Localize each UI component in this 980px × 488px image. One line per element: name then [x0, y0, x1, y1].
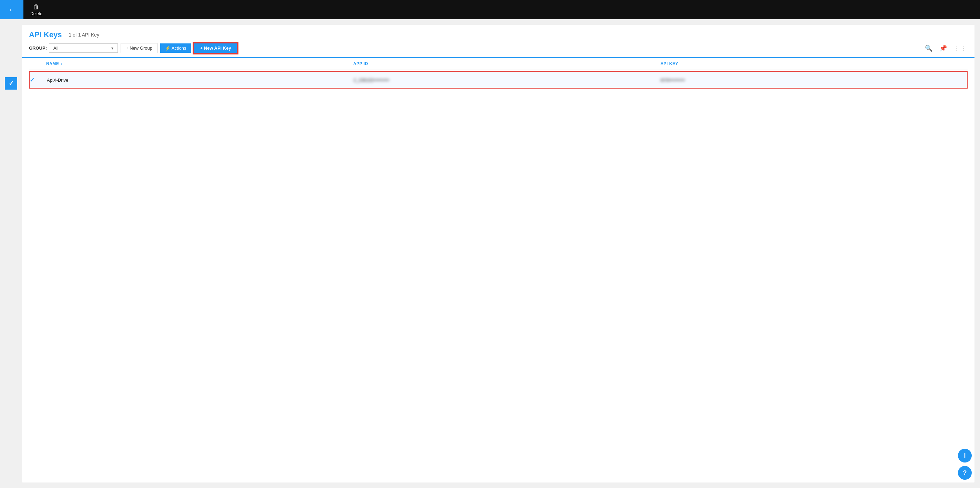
back-arrow-icon: ← [8, 6, 15, 14]
new-api-key-button[interactable]: + New API Key [194, 43, 237, 53]
back-button[interactable]: ← [0, 0, 24, 19]
col-header-name: NAME ↓ [46, 61, 353, 66]
main-content: ✓ API Keys 1 of 1 API Key GROUP: All ▾ +… [0, 19, 980, 488]
new-group-button[interactable]: + New Group [121, 43, 158, 53]
row-api-key: 4iY6•••••••••• [660, 78, 967, 83]
info-button[interactable]: i [958, 449, 972, 463]
info-icon: i [964, 452, 966, 459]
new-api-key-label: + New API Key [200, 46, 231, 51]
columns-icon: ⋮⋮ [954, 45, 966, 52]
table-row[interactable]: ✓ ApiX-Drive 2_236102•••••••••• 4iY6••••… [29, 72, 967, 89]
actions-button[interactable]: ⚡ Actions [160, 43, 191, 53]
columns-button[interactable]: ⋮⋮ [953, 43, 967, 53]
left-sidebar: ✓ [0, 19, 22, 488]
col-header-api-key: API KEY [660, 61, 967, 66]
chevron-down-icon: ▾ [111, 46, 113, 51]
content-panel: API Keys 1 of 1 API Key GROUP: All ▾ + N… [22, 25, 975, 483]
pin-icon: 📌 [939, 45, 947, 52]
col-header-checkbox [29, 61, 46, 66]
page-header: API Keys 1 of 1 API Key [22, 25, 975, 39]
pin-button[interactable]: 📌 [938, 43, 948, 53]
select-all-checkbox[interactable]: ✓ [5, 77, 17, 90]
row-app-id: 2_236102•••••••••• [353, 78, 660, 83]
search-icon: 🔍 [925, 45, 932, 52]
toolbar-right: 🔍 📌 ⋮⋮ [923, 43, 967, 53]
group-filter-label: GROUP: [29, 46, 47, 51]
table-container: NAME ↓ APP ID API KEY ✓ ApiX-Drive 2_236… [22, 58, 975, 89]
row-checkbox[interactable]: ✓ [30, 76, 47, 84]
record-count: 1 of 1 API Key [68, 32, 99, 38]
group-filter: GROUP: All ▾ [29, 43, 118, 53]
top-toolbar: ← 🗑 Delete [0, 0, 980, 19]
delete-label: Delete [30, 11, 42, 16]
new-group-label: + New Group [126, 46, 152, 51]
row-checked-icon: ✓ [30, 76, 35, 84]
table-header-row: NAME ↓ APP ID API KEY [29, 58, 967, 70]
group-select-value: All [53, 46, 58, 51]
page-title: API Keys [29, 30, 62, 39]
help-icon: ? [963, 469, 967, 477]
select-all-checkmark-icon: ✓ [9, 79, 14, 87]
delete-icon: 🗑 [33, 3, 39, 11]
actions-label: ⚡ Actions [165, 46, 186, 51]
toolbar-row: GROUP: All ▾ + New Group ⚡ Actions + New… [22, 39, 975, 58]
group-select-dropdown[interactable]: All ▾ [49, 43, 118, 53]
col-header-app-id: APP ID [353, 61, 660, 66]
row-name: ApiX-Drive [47, 78, 353, 83]
search-button[interactable]: 🔍 [923, 43, 934, 53]
bottom-right-buttons: i ? [958, 449, 972, 480]
delete-button[interactable]: 🗑 Delete [24, 0, 49, 19]
help-button[interactable]: ? [958, 466, 972, 480]
